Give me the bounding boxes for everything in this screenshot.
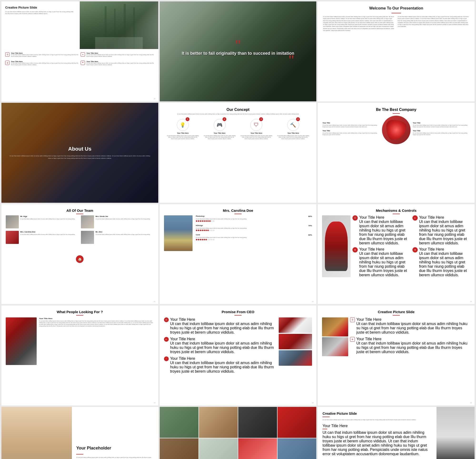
team-photo-3 [6, 231, 19, 244]
concept-icon-desc-3: Ut can that indum tollibaw ipsum dolor s… [240, 135, 272, 140]
mech-item-desc-1: Ut can that indum tollibaw ipsum dolor s… [359, 220, 410, 245]
dot [202, 220, 203, 222]
slide-creative-2: Creative Picture Slide ☰ Your Title Here… [318, 306, 475, 406]
slide-1-top-left: Creative Picture Slide Ut can that indum… [1, 1, 80, 49]
concept-num-4: 4 [296, 117, 300, 121]
dot [205, 220, 207, 222]
placeholder-body: Ut can that indum tollibaw ipsum dolor s… [76, 456, 154, 459]
concept-title: Our Concept [164, 108, 312, 112]
slide-about-us: About Us Ut can that indum tollibaw ipsu… [1, 103, 158, 203]
team-desc-2: Ut can that indum tollibaw ipsum dolor s… [95, 218, 150, 220]
slide-best-company: Be The Best Company Your Title Ut can th… [318, 103, 475, 203]
dot [200, 220, 201, 222]
ceo-content: ☰ Your Title Here Ut can that indum toll… [164, 317, 277, 376]
dot [198, 220, 199, 222]
slide-ceo: Promise From CEO ☰ Your Title Here Ut ca… [160, 306, 316, 406]
mech-item-title-3: Your Title Here [359, 247, 410, 252]
dot [205, 230, 207, 231]
mech-item-desc-2: Ut can that indum tollibaw ipsum dolor s… [419, 220, 470, 245]
feature-text-4: Your Title Here Ut can that indum tollib… [86, 61, 154, 66]
slide-11-number: 25 [312, 402, 314, 404]
wplf-content-title: Your Title Here [39, 317, 154, 320]
dot [202, 239, 203, 240]
dot [198, 230, 199, 231]
slide-placeholder: Your Placeholder Ut can that indum tolli… [1, 407, 158, 459]
cps-feature-text-2: Your Title Here Ut can that indum tollib… [356, 337, 470, 354]
welcome-body-right: Ut can that indum tollibaw ipsum dolor s… [398, 16, 469, 31]
dot [200, 230, 201, 231]
team-member-3-top: Mrs. Carolina Doe Ut can that indum toll… [6, 231, 75, 244]
slide-team: All Of Our Team Mr. Alga Ut can that ind… [1, 204, 158, 304]
best-item-right-2: Your Title Ut can that indum tollibaw ip… [413, 130, 470, 135]
feature-desc-4: Ut can that indum tollibaw ipsum dolor s… [86, 62, 154, 66]
profile-divider [234, 214, 242, 214]
profile-title: Mrs. Carolina Doe [164, 208, 312, 212]
skill-indesign-header: InDesign 70% [196, 225, 312, 227]
concept-num-3: 3 [259, 117, 263, 121]
about-body: Ut can that indum tollibaw ipsum dolor s… [8, 155, 151, 159]
team-desc-1: Ut can that indum tollibaw ipsum dolor s… [20, 218, 75, 220]
skill-photoshop-header: Photoshop 80% [196, 215, 312, 218]
best-left-title-1: Your Title [323, 122, 379, 124]
feature-text-1: Your Title Here Ut can that indum tollib… [11, 52, 79, 57]
team-divider [76, 214, 83, 214]
mech-layout: ☰ Your Title Here Ut can that indum toll… [322, 215, 470, 277]
slide-mechanisms: Mechanisms & Controls ☰ Your Title Here … [318, 204, 475, 304]
best-title: Be The Best Company [323, 108, 470, 112]
forest-background [80, 1, 158, 49]
best-circle [382, 116, 410, 144]
skill-corel: Corel 60% Ut can that indum tollibaw ips… [196, 234, 312, 240]
mech-icon-3: ⊕ [352, 247, 358, 253]
ceo-item-desc-2: Ut can that indum tollibaw ipsum dolor s… [170, 341, 277, 354]
dot-empty [213, 239, 214, 240]
team-name-3: Mrs. Carolina Doe [20, 231, 75, 233]
concept-circle-1: 💡 1 [177, 119, 189, 131]
team-name-1: Mr. Alga [20, 215, 75, 218]
cps-images [322, 317, 348, 357]
slide-15-left: Creative Picture Slide Ut can that indum… [318, 407, 436, 459]
concept-icon-3: 🛡 [254, 122, 259, 128]
slide-8-number: 22 [312, 301, 314, 302]
about-content: About Us Ut can that indum tollibaw ipsu… [1, 103, 158, 203]
feature-3: ⊕ Your Title Here Ut can that indum toll… [5, 61, 79, 66]
mech-item-3: ⊕ Your Title Here Ut can that indum toll… [352, 247, 410, 277]
best-item-left-2: Your Title Ut can that indum tollibaw ip… [323, 130, 379, 135]
dot [202, 230, 203, 231]
feature-desc-1: Ut can that indum tollibaw ipsum dolor s… [11, 54, 79, 57]
team-center-icon: 🏠 [76, 255, 84, 263]
mech-text-3: Your Title Here Ut can that indum tollib… [359, 247, 410, 277]
slide-15-top: Creative Picture Slide Ut can that indum… [318, 407, 475, 459]
skill-corel-header: Corel 60% [196, 234, 312, 236]
feature-title-3: Your Title Here [11, 61, 79, 62]
slide-1-desc: Ut can that indum tollibaw ipsum dolor s… [5, 11, 76, 15]
team-member-4-info: Mr. Alex Ut can that indum tollibaw ipsu… [95, 231, 150, 235]
photo-3 [238, 407, 277, 438]
ceo-item-3: 📍 Your Title Here Ut can that indum toll… [164, 357, 277, 374]
team-photo-2 [81, 215, 94, 229]
wplf-content: Your Title Here Ut can that indum tollib… [39, 317, 154, 365]
cps-img-coffee [322, 317, 348, 336]
quote-close-mark: " [182, 56, 294, 64]
mech-icon-1: ☰ [352, 215, 358, 221]
slide-concept: Our Concept Ut can that indum tollibaw i… [160, 103, 316, 203]
slide-photo-grid: Creative Picture Slide Ut can that indum… [160, 407, 316, 459]
slide-15-subtitle: Ut can that indum tollibaw ipsum dolor s… [323, 419, 432, 421]
dot [204, 230, 205, 231]
dot [204, 239, 205, 240]
dot-empty [213, 230, 214, 231]
slide-1-title: Creative Picture Slide [5, 6, 76, 9]
feature-desc-3: Ut can that indum tollibaw ipsum dolor s… [11, 62, 79, 66]
cps-feature-icon-1: ☰ [350, 317, 355, 322]
dot [209, 220, 211, 222]
ceo-item-1: ☰ Your Title Here Ut can that indum toll… [164, 317, 277, 335]
slide-15-feature-desc: Ut can that indum tollibaw ipsum dolor s… [323, 430, 432, 456]
skill-photoshop-dots [196, 220, 312, 222]
slide-12-number: 26 [470, 402, 472, 404]
feature-title-4: Your Title Here [86, 61, 154, 62]
ceo-item-title-2: Your Title Here [170, 337, 277, 341]
best-right: Your Title Ut can that indum tollibaw ip… [413, 122, 470, 138]
skill-indesign-name: InDesign [196, 225, 203, 227]
quote-content: " It is better to fail originality than … [177, 34, 299, 68]
slide-quote: " It is better to fail originality than … [160, 1, 316, 101]
best-left: Your Title Ut can that indum tollibaw ip… [323, 122, 379, 138]
